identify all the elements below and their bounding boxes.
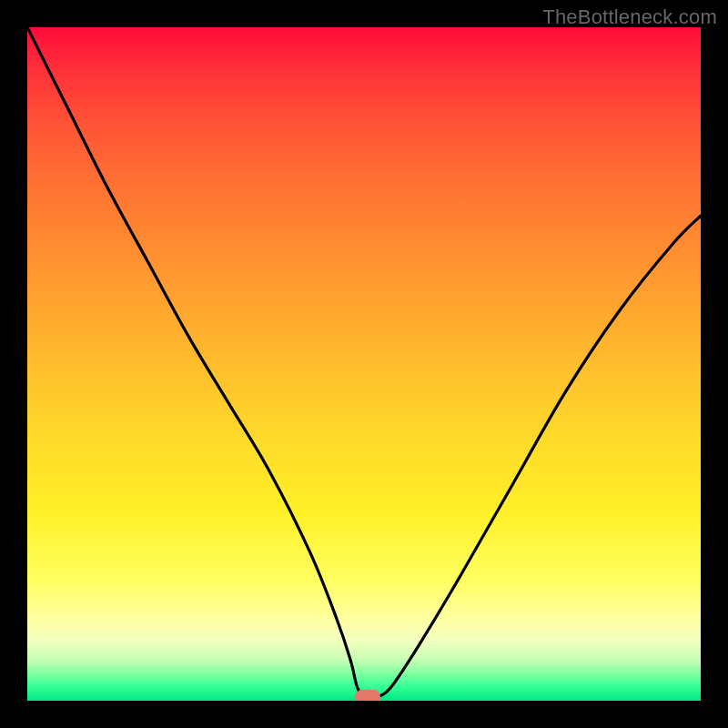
watermark-text: TheBottleneck.com — [542, 5, 717, 29]
optimum-marker — [355, 690, 380, 701]
chart-frame: TheBottleneck.com — [0, 0, 728, 728]
bottleneck-curve-path — [27, 27, 701, 698]
plot-area — [27, 27, 701, 701]
bottleneck-curve-svg — [27, 27, 701, 701]
